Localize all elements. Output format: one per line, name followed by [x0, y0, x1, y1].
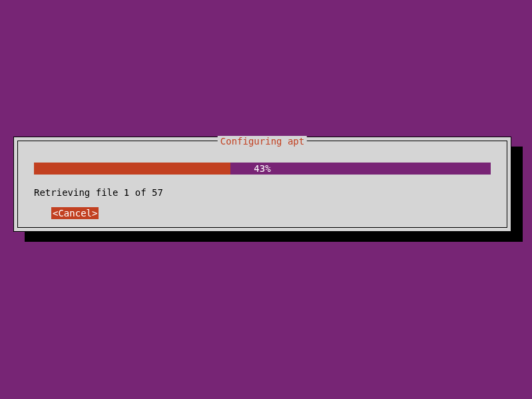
dialog-window: Configuring apt 43% Retrieving file 1 of… [13, 137, 511, 232]
progress-bar: 43% [34, 163, 491, 175]
cancel-button[interactable]: <Cancel> [51, 207, 99, 219]
progress-percent-label: 43% [34, 163, 491, 175]
status-text: Retrieving file 1 of 57 [34, 187, 163, 198]
dialog-title: Configuring apt [218, 136, 307, 147]
